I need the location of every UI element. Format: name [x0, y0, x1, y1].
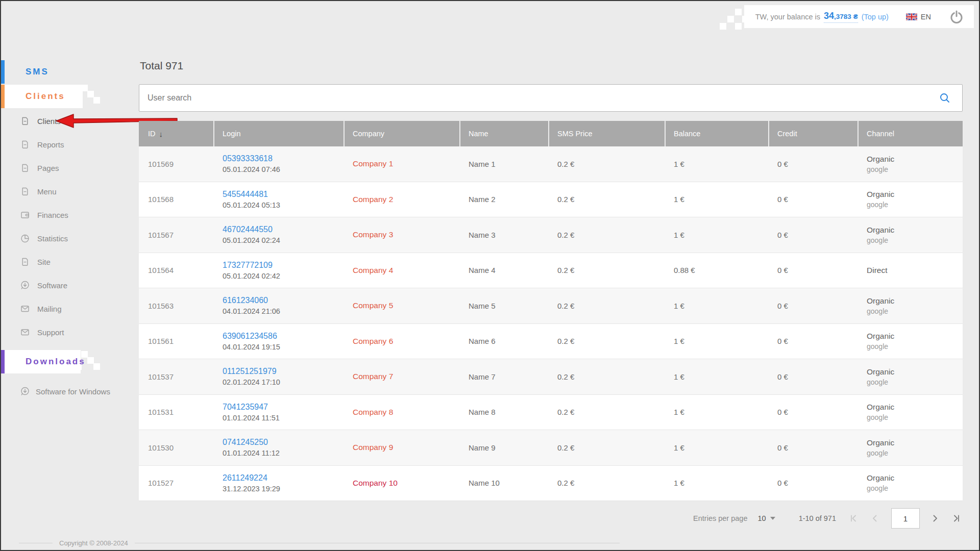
cell-login: 261124922431.12.2023 19:29 — [214, 473, 345, 493]
cell-credit: 0 € — [769, 372, 859, 381]
channel-type: Organic — [867, 226, 963, 235]
first-page-button[interactable] — [849, 514, 857, 522]
cell-sms-price: 0.2 € — [549, 372, 666, 381]
cell-channel: Organicgoogle — [859, 403, 963, 421]
login-link[interactable]: 46702444550 — [223, 225, 273, 234]
login-date: 31.12.2023 19:29 — [223, 485, 345, 493]
channel-type: Organic — [867, 403, 963, 412]
search-icon[interactable] — [939, 92, 951, 104]
column-header-name[interactable]: Name — [460, 121, 549, 146]
search-input[interactable] — [139, 85, 939, 111]
column-header-login[interactable]: Login — [214, 121, 345, 146]
column-header-company[interactable]: Company — [345, 121, 460, 146]
table-row: 1015690539333361805.01.2024 07:46Company… — [139, 146, 963, 182]
login-date: 05.01.2024 02:24 — [223, 236, 345, 244]
sidebar-item-reports[interactable]: Reports — [1, 133, 139, 156]
sidebar-item-label: Pages — [37, 164, 59, 172]
pie-chart-icon — [20, 233, 30, 243]
cell-name: Name 8 — [460, 408, 549, 416]
document-icon — [20, 163, 30, 173]
cell-company: Company 7 — [345, 372, 460, 381]
login-link[interactable]: 05393333618 — [223, 154, 273, 163]
last-page-button[interactable] — [952, 514, 961, 522]
company-link[interactable]: Company 10 — [353, 479, 398, 487]
document-icon — [20, 186, 30, 196]
column-label: Name — [469, 130, 488, 138]
column-header-sms-price[interactable]: SMS Price — [549, 121, 666, 146]
cell-company: Company 3 — [345, 230, 460, 239]
company-link[interactable]: Company 5 — [353, 301, 393, 310]
channel-source: google — [867, 484, 963, 492]
sidebar-item-software-for-windows[interactable]: Software for Windows — [1, 385, 116, 398]
channel-source: google — [867, 165, 963, 173]
login-link[interactable]: 7041235947 — [223, 403, 268, 412]
sidebar-item-site[interactable]: Site — [1, 250, 139, 273]
cell-login: 1732777210905.01.2024 02:42 — [214, 261, 345, 280]
cell-id: 101537 — [139, 372, 214, 381]
cell-company: Company 4 — [345, 266, 460, 275]
company-link[interactable]: Company 3 — [353, 230, 393, 239]
sidebar-section-clients[interactable]: Clients — [1, 85, 83, 108]
sidebar-item-software[interactable]: Software — [1, 273, 139, 297]
cell-login: 545544448105.01.2024 05:13 — [214, 190, 345, 209]
sidebar-item-clients[interactable]: Clients — [1, 109, 139, 133]
login-date: 01.01.2024 11:51 — [223, 414, 345, 422]
login-link[interactable]: 5455444481 — [223, 190, 268, 199]
company-link[interactable]: Company 8 — [353, 408, 393, 416]
cell-channel: Organicgoogle — [859, 473, 963, 492]
login-link[interactable]: 17327772109 — [223, 261, 273, 270]
cell-channel: Direct — [859, 266, 963, 275]
section-label: SMS — [26, 67, 49, 77]
company-link[interactable]: Company 2 — [353, 195, 393, 204]
sidebar-item-pages[interactable]: Pages — [1, 156, 139, 180]
column-header-id[interactable]: ID ↓ — [139, 121, 214, 146]
cell-company: Company 5 — [345, 301, 460, 310]
sidebar-section-downloads[interactable]: Downloads — [1, 350, 81, 373]
sidebar-item-finances[interactable]: Finances — [1, 203, 139, 227]
company-link[interactable]: Company 6 — [353, 337, 393, 345]
column-header-channel[interactable]: Channel — [859, 121, 963, 146]
section-indicator-bar — [1, 60, 5, 84]
balance-link[interactable]: 34,3783 ₴ — [824, 11, 858, 23]
cell-login: 63906123458604.01.2024 19:15 — [214, 332, 345, 351]
login-date: 05.01.2024 02:42 — [223, 272, 345, 280]
current-page-indicator[interactable]: 1 — [891, 508, 920, 529]
sidebar-item-support[interactable]: Support — [1, 320, 139, 344]
cell-balance: 1 € — [666, 160, 769, 168]
sidebar-item-statistics[interactable]: Statistics — [1, 227, 139, 250]
login-link[interactable]: 2611249224 — [223, 473, 267, 483]
company-link[interactable]: Company 4 — [353, 266, 393, 274]
login-link[interactable]: 6161234060 — [223, 296, 268, 305]
sidebar-item-label: Support — [37, 328, 64, 337]
logout-power-button[interactable] — [949, 9, 965, 24]
language-selector[interactable]: EN — [906, 13, 931, 21]
company-link[interactable]: Company 1 — [353, 159, 393, 168]
channel-type: Direct — [867, 266, 963, 275]
cell-credit: 0 € — [769, 479, 859, 487]
company-link[interactable]: Company 7 — [353, 372, 393, 381]
cell-channel: Organicgoogle — [859, 155, 963, 173]
page-size-select[interactable]: 10 — [757, 514, 775, 522]
sidebar-item-label: Site — [37, 258, 51, 266]
login-link[interactable]: 639061234586 — [223, 332, 277, 341]
column-header-credit[interactable]: Credit — [769, 121, 859, 146]
column-label: Balance — [674, 130, 700, 138]
download-icon — [20, 386, 30, 396]
cell-id: 101568 — [139, 195, 214, 204]
table-row: 1015641732777210905.01.2024 02:42Company… — [139, 253, 963, 289]
sidebar-item-menu[interactable]: Menu — [1, 180, 139, 203]
sidebar-section-sms[interactable]: SMS — [1, 60, 83, 84]
cell-name: Name 5 — [460, 302, 549, 310]
cell-id: 101531 — [139, 408, 214, 416]
login-link[interactable]: 011251251979 — [223, 367, 277, 376]
login-link[interactable]: 0741245250 — [223, 438, 268, 447]
cell-name: Name 3 — [460, 231, 549, 239]
company-link[interactable]: Company 9 — [353, 443, 393, 452]
previous-page-button[interactable] — [871, 514, 879, 522]
footer: Copyright © 2008-2024 — [19, 539, 620, 547]
sidebar-item-mailing[interactable]: Mailing — [1, 297, 139, 320]
next-page-button[interactable] — [931, 514, 939, 522]
column-header-balance[interactable]: Balance — [666, 121, 769, 146]
top-up-link[interactable]: (Top up) — [862, 13, 889, 21]
cell-balance: 1 € — [666, 479, 769, 487]
